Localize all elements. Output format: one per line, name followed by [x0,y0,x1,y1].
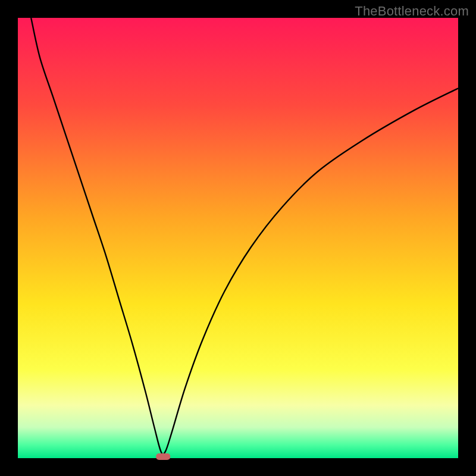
bottleneck-chart [0,0,476,476]
minimum-marker [156,453,170,460]
plot-background [18,18,458,458]
watermark-text: TheBottleneck.com [355,4,469,19]
chart-frame: TheBottleneck.com [0,0,476,476]
